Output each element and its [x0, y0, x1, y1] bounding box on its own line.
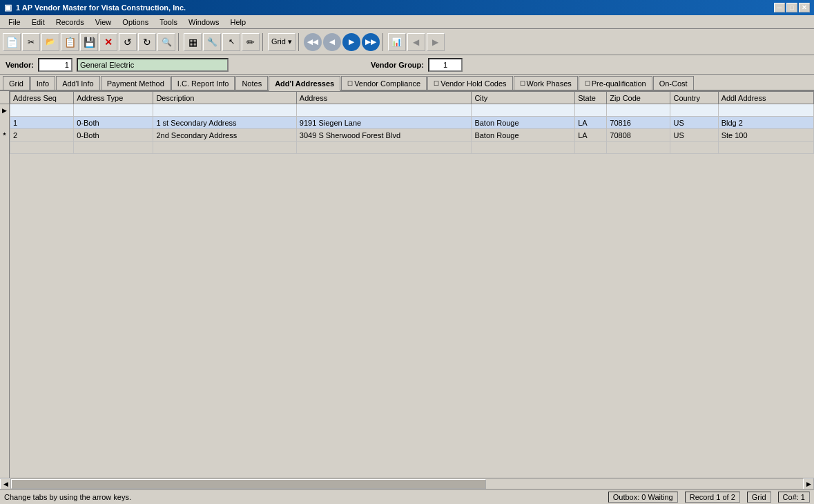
tab-on-cost[interactable]: On-Cost: [653, 76, 694, 90]
col-address-seq: Address Seq: [10, 92, 74, 104]
tab-notes[interactable]: Notes: [235, 76, 268, 90]
scroll-left-button[interactable]: ◀: [0, 478, 11, 490]
new-record-button[interactable]: 📄: [3, 33, 21, 51]
wrench-button[interactable]: 🔧: [203, 33, 221, 51]
pre-qual-check-icon: ☐: [585, 80, 590, 87]
table-row[interactable]: 1 0-Both 1 st Secondary Address 9191 Sie…: [10, 117, 814, 129]
col-state: State: [575, 92, 607, 104]
cell-zip-code: 70816: [607, 117, 670, 129]
title-bar: ▣ 1 AP Vendor Master for Vista Construct…: [0, 0, 814, 15]
tab-vendor-compliance[interactable]: ☐Vendor Compliance: [341, 76, 427, 90]
addresses-table: Address Seq Address Type Description Add…: [10, 91, 814, 154]
pencil-button[interactable]: ✏: [242, 33, 260, 51]
col-description: Description: [153, 92, 296, 104]
menu-options[interactable]: Options: [117, 17, 154, 28]
status-bar: Change tabs by using the arrow keys. Out…: [0, 489, 814, 504]
cell-zip-code: 70808: [607, 129, 670, 142]
row-indicator-2: [0, 117, 9, 129]
cell-city: Baton Rouge: [472, 129, 575, 142]
vendor-label: Vendor:: [6, 61, 34, 69]
cut-button[interactable]: ✂: [22, 33, 40, 51]
vendor-group-input[interactable]: [428, 58, 463, 72]
minimize-button[interactable]: ─: [774, 3, 785, 12]
close-button[interactable]: ✕: [799, 3, 810, 12]
scroll-track[interactable]: [11, 478, 803, 490]
undo-button[interactable]: ↺: [119, 33, 137, 51]
separator-4: [382, 33, 385, 51]
table-wrapper[interactable]: Address Seq Address Type Description Add…: [10, 91, 814, 478]
status-outbox: Outbox: 0 Waiting: [608, 492, 678, 503]
menu-view[interactable]: View: [90, 17, 117, 28]
col-address: Address: [296, 92, 472, 104]
calculator-button[interactable]: ▦: [184, 33, 202, 51]
status-record: Record 1 of 2: [685, 492, 740, 503]
tab-info[interactable]: Info: [30, 76, 55, 90]
menu-windows[interactable]: Windows: [183, 17, 225, 28]
menu-help[interactable]: Help: [225, 17, 252, 28]
redo-button[interactable]: ↻: [138, 33, 156, 51]
nav-back-button[interactable]: ◀: [407, 33, 425, 51]
status-message: Change tabs by using the arrow keys.: [4, 493, 131, 501]
work-phases-check-icon: ☐: [520, 80, 525, 87]
menu-file[interactable]: File: [3, 17, 26, 28]
cell-addl-address: Bldg 2: [718, 117, 813, 129]
copy-button[interactable]: 📋: [61, 33, 79, 51]
cell-state: LA: [575, 129, 607, 142]
col-addl-address: Addl Address: [718, 92, 813, 104]
app-icon: ▣: [4, 3, 12, 12]
new-row[interactable]: [10, 142, 814, 154]
filter-row: [10, 104, 814, 117]
separator-2: [262, 33, 265, 51]
tab-payment-method[interactable]: Payment Method: [101, 76, 171, 90]
cell-city: Baton Rouge: [472, 117, 575, 129]
menu-records[interactable]: Records: [50, 17, 90, 28]
tab-addl-info[interactable]: Add'l Info: [56, 76, 100, 90]
cell-address-type: 0-Both: [74, 117, 153, 129]
open-button[interactable]: 📂: [41, 33, 59, 51]
cell-description: 1 st Secondary Address: [153, 117, 296, 129]
col-zip-code: Zip Code: [607, 92, 670, 104]
tab-addl-addresses[interactable]: Add'l Addresses: [269, 76, 340, 91]
menu-edit[interactable]: Edit: [26, 17, 50, 28]
find-button[interactable]: 🔍: [157, 33, 175, 51]
cell-country: US: [670, 117, 718, 129]
title-bar-text: 1 AP Vendor Master for Vista Constructio…: [16, 3, 186, 12]
arrow-button[interactable]: ↖: [222, 33, 240, 51]
tab-vendor-hold-codes[interactable]: ☐Vendor Hold Codes: [427, 76, 512, 90]
table-row[interactable]: 2 0-Both 2nd Secondary Address 3049 S Sh…: [10, 129, 814, 142]
delete-button[interactable]: ✕: [99, 33, 117, 51]
report-button[interactable]: 📊: [388, 33, 406, 51]
nav-fwd-button[interactable]: ▶: [427, 33, 445, 51]
menu-tools[interactable]: Tools: [154, 17, 183, 28]
status-mode: Grid: [747, 492, 771, 503]
last-button[interactable]: ▶▶: [362, 33, 380, 51]
maximize-button[interactable]: □: [786, 3, 797, 12]
scroll-thumb[interactable]: [11, 479, 486, 489]
tab-grid[interactable]: Grid: [3, 76, 30, 90]
grid-dropdown[interactable]: Grid ▾: [268, 33, 295, 51]
separator-1: [178, 33, 181, 51]
scroll-right-button[interactable]: ▶: [803, 478, 814, 490]
separator-3: [298, 33, 301, 51]
cell-state: LA: [575, 117, 607, 129]
tab-work-phases[interactable]: ☐Work Phases: [514, 76, 578, 90]
vendor-id-input[interactable]: [38, 58, 72, 72]
row-indicator-1: ▶: [0, 104, 9, 117]
horizontal-scrollbar[interactable]: ◀ ▶: [0, 478, 814, 489]
col-address-type: Address Type: [74, 92, 153, 104]
cell-address: 3049 S Sherwood Forest Blvd: [296, 129, 472, 142]
vendor-row: Vendor: Vendor Group:: [0, 55, 814, 75]
toolbar: 📄 ✂ 📂 📋 💾 ✕ ↺ ↻ 🔍 ▦ 🔧 ↖ ✏ Grid ▾ ◀◀ ◀ ▶ …: [0, 29, 814, 55]
tab-ic-report-info[interactable]: I.C. Report Info: [171, 76, 235, 90]
status-co: Co#: 1: [778, 492, 810, 503]
tab-pre-qualification[interactable]: ☐Pre-qualification: [579, 76, 652, 90]
row-indicator-new: *: [0, 129, 9, 142]
vendor-name-input[interactable]: [77, 58, 229, 72]
menu-bar: File Edit Records View Options Tools Win…: [0, 15, 814, 29]
prev-button[interactable]: ◀: [323, 33, 341, 51]
next-button[interactable]: ▶: [342, 33, 360, 51]
cell-address: 9191 Siegen Lane: [296, 117, 472, 129]
col-city: City: [472, 92, 575, 104]
save-button[interactable]: 💾: [80, 33, 98, 51]
first-button[interactable]: ◀◀: [304, 33, 322, 51]
